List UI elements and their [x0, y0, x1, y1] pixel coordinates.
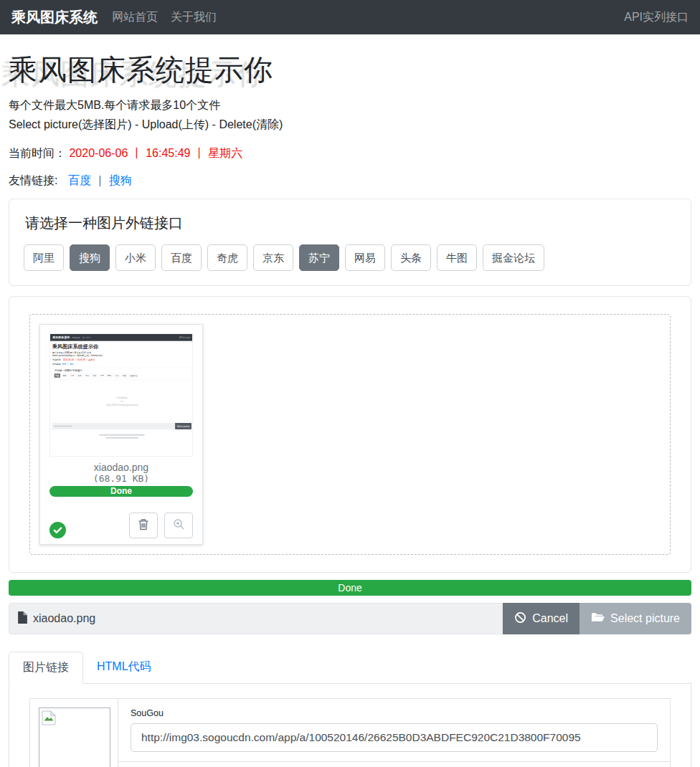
mini-line1: 每个文件最大5MB.每个请求最多10个文件 [52, 351, 191, 354]
upload-success-check-icon [49, 522, 66, 538]
friend-links-row: 友情链接: 百度 | 搜狗 [9, 173, 691, 189]
nav-item-about[interactable]: 关于我们 [171, 10, 217, 25]
result-label-sougou: SouGou [131, 708, 658, 718]
ban-icon [514, 611, 532, 627]
mini-dropzone: chengfeng or Copy 2020 chengfengsuchuang [52, 381, 191, 421]
magnifier-plus-icon [173, 518, 185, 533]
current-time-value: 2020-06-06 丨 16:45:49 丨 星期六 [69, 147, 242, 159]
mini-nav-home: 网站首页 [72, 336, 80, 339]
api-button-juejin[interactable]: 掘金论坛 [483, 244, 544, 272]
api-button-sogou[interactable]: 搜狗 [70, 244, 110, 272]
upload-panel: 乘风图床系统 网站首页 关于我们 API实列接口 乘风图床系统提示你 每个文件最… [9, 296, 691, 573]
api-choice-panel: 请选择一种图片外链接口 阿里 搜狗 小米 百度 奇虎 京东 苏宁 网易 头条 牛… [9, 199, 691, 287]
result-box: SouGou SuNing [29, 698, 671, 767]
file-icon [18, 611, 27, 627]
api-button-qihu[interactable]: 奇虎 [207, 244, 247, 272]
current-time-label: 当前时间： [9, 147, 66, 159]
sougou-url-input[interactable] [131, 723, 658, 752]
upload-dropzone[interactable]: 乘风图床系统 网站首页 关于我们 API实列接口 乘风图床系统提示你 每个文件最… [29, 314, 671, 555]
limit-note: 每个文件最大5MB.每个请求最多10个文件 [9, 97, 691, 115]
mini-brand: 乘风图床系统 [52, 335, 70, 339]
mini-nav-api: API实列接口 [179, 336, 191, 339]
api-button-niutu[interactable]: 牛图 [437, 244, 477, 272]
mini-navbar: 乘风图床系统 网站首页 关于我们 API实列接口 [50, 334, 193, 341]
friend-link-baidu[interactable]: 百度 [68, 174, 91, 186]
friend-link-sogou[interactable]: 搜狗 [109, 174, 132, 186]
api-button-netease[interactable]: 网易 [345, 244, 385, 272]
tab-image-links[interactable]: 图片链接 [9, 652, 83, 684]
mini-page: 乘风图床系统 网站首页 关于我们 API实列接口 乘风图床系统提示你 每个文件最… [50, 334, 193, 457]
result-tabs: 图片链接 HTML代码 [9, 652, 691, 684]
mini-footer [52, 434, 191, 439]
result-url-list: SouGou SuNing [118, 699, 670, 767]
top-navbar: 乘风图床系统 网站首页 关于我们 API实列接口 [0, 0, 700, 34]
mini-api-card: 请选择一种图片外链接口 阿里 搜狗 小米 百度 奇虎 京东 苏宁 网易 [52, 367, 191, 380]
mini-line2: Select picture(选择图片) - Upload(上传) - Dele… [52, 354, 191, 357]
api-button-baidu[interactable]: 百度 [161, 244, 202, 272]
brand-title: 乘风图床系统 [11, 8, 98, 27]
api-button-toutiao[interactable]: 头条 [391, 244, 431, 272]
api-button-xiaomi[interactable]: 小米 [115, 244, 156, 272]
upload-preview-card: 乘风图床系统 网站首页 关于我们 API实列接口 乘风图床系统提示你 每个文件最… [39, 324, 203, 545]
friend-links-label: 友情链接: [9, 174, 57, 186]
cancel-button[interactable]: Cancel [503, 603, 580, 634]
result-row-sougou: SouGou [118, 699, 670, 761]
file-input-filename: xiaodao.png [33, 612, 95, 625]
result-thumbnail [39, 708, 110, 767]
folder-open-icon [591, 612, 610, 626]
api-button-jd[interactable]: 京东 [253, 244, 293, 272]
result-row-suning: SuNing [118, 761, 670, 767]
delete-image-button[interactable] [129, 513, 158, 538]
mini-filebar: Select picture [52, 423, 191, 429]
trash-icon [138, 518, 149, 533]
api-choice-title: 请选择一种图片外链接口 [25, 214, 676, 233]
preview-filesize: (68.91 KB) [49, 473, 193, 484]
upload-progress-bar: Done [9, 580, 691, 596]
mini-links: 友情链接: 百度 | 搜狗 [52, 363, 191, 366]
usage-note: Select picture(选择图片) - Upload(上传) - Dele… [9, 116, 691, 134]
nav-item-api[interactable]: API实列接口 [624, 10, 689, 25]
result-panel: SouGou SuNing [9, 684, 691, 767]
uploaded-image-thumbnail: 乘风图床系统 网站首页 关于我们 API实列接口 乘风图床系统提示你 每个文件最… [49, 333, 193, 457]
zoom-image-button[interactable] [164, 513, 193, 538]
api-button-row: 阿里 搜狗 小米 百度 奇虎 京东 苏宁 网易 头条 牛图 掘金论坛 [24, 244, 676, 272]
api-button-ali[interactable]: 阿里 [24, 244, 64, 272]
current-time-row: 当前时间： 2020-06-06 丨 16:45:49 丨 星期六 [9, 146, 691, 161]
result-thumb-cell [30, 699, 118, 767]
tab-html-code[interactable]: HTML代码 [83, 652, 165, 683]
mini-time: 当前时间：2020-06-06 丨 16:45:49 丨 星期六 [52, 358, 191, 361]
nav-item-home[interactable]: 网站首页 [112, 10, 158, 25]
api-button-suning[interactable]: 苏宁 [299, 244, 339, 272]
preview-progress-bar: Done [49, 486, 193, 497]
friend-links-separator: | [98, 174, 101, 186]
preview-filename: xiaodao.png [49, 462, 193, 473]
select-picture-button[interactable]: Select picture [580, 603, 691, 634]
page-title: 乘风图床系统提示你 [9, 50, 691, 90]
file-input-group: xiaodao.png Cancel Select picture [9, 603, 691, 634]
mini-nav-about: 关于我们 [82, 336, 91, 339]
mini-title: 乘风图床系统提示你 [52, 343, 191, 351]
file-input[interactable]: xiaodao.png [9, 603, 503, 634]
